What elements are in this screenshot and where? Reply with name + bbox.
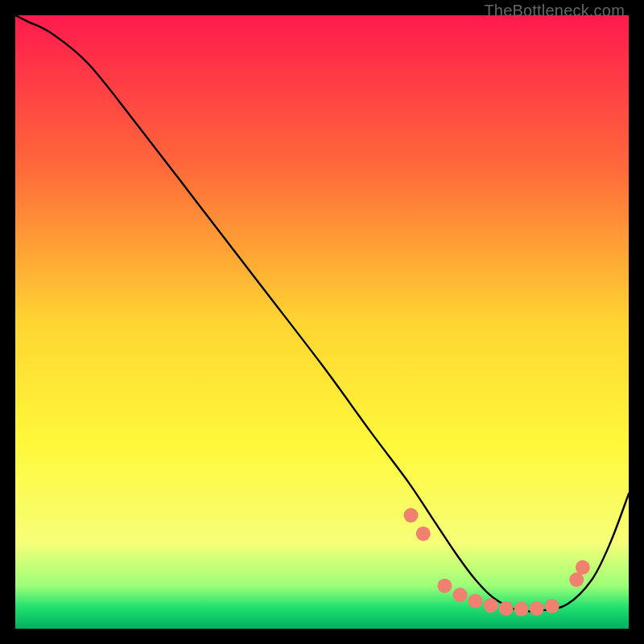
curve-marker [576,560,590,575]
chart-frame [15,15,629,629]
curve-marker [545,599,559,613]
curve-marker [469,594,483,609]
curve-marker [499,601,514,616]
curve-marker [437,579,452,593]
chart-background [15,15,629,629]
curve-marker [452,588,467,602]
curve-marker [569,572,584,587]
curve-marker [530,601,544,616]
chart-plot [15,15,629,629]
watermark-text: TheBottleneck.com [484,2,625,20]
curve-marker [403,508,418,522]
curve-marker [416,526,431,541]
curve-marker [514,602,529,617]
curve-marker [484,598,498,613]
